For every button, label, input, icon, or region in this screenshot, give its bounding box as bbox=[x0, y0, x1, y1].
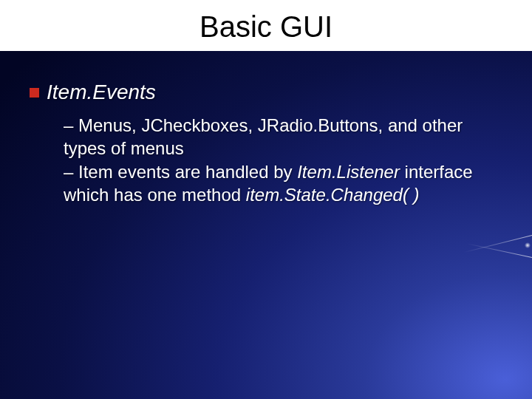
list-item: – Menus, JCheckboxes, JRadio.Buttons, an… bbox=[64, 115, 502, 160]
dash: – bbox=[64, 162, 78, 182]
lens-flare-decoration bbox=[451, 192, 532, 310]
list-item: – Item events are handled by Item.Listen… bbox=[64, 161, 502, 206]
italic-text: Item.Listener bbox=[297, 162, 400, 182]
star-icon bbox=[525, 242, 531, 248]
slide: Basic GUI Item.Events – Menus, JCheckbox… bbox=[0, 0, 532, 399]
section-heading: Item.Events bbox=[47, 81, 156, 104]
italic-text: item.State.Changed( ) bbox=[246, 185, 420, 205]
sub-list: – Menus, JCheckboxes, JRadio.Buttons, an… bbox=[64, 115, 502, 207]
slide-title: Basic GUI bbox=[200, 10, 332, 43]
text: Menus, JCheckboxes, JRadio.Buttons, and … bbox=[64, 115, 463, 158]
section-bullet-row: Item.Events bbox=[30, 81, 502, 104]
title-band: Basic GUI bbox=[0, 0, 532, 51]
text: Item events are handled by bbox=[78, 162, 297, 182]
bullet-square-icon bbox=[30, 88, 39, 98]
dash: – bbox=[64, 115, 78, 135]
slide-content: Item.Events – Menus, JCheckboxes, JRadio… bbox=[0, 51, 532, 207]
